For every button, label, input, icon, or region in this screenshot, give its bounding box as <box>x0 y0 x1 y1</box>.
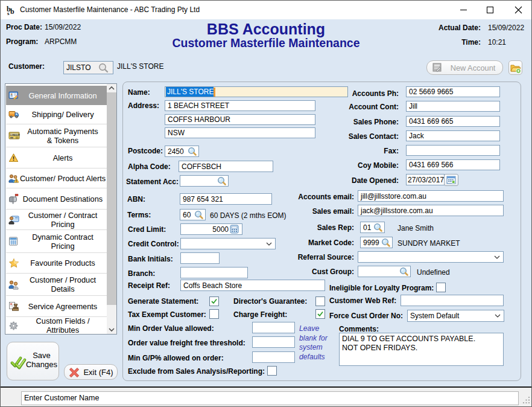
svg-text:s: s <box>7 10 10 16</box>
svg-text:b: b <box>10 7 14 16</box>
